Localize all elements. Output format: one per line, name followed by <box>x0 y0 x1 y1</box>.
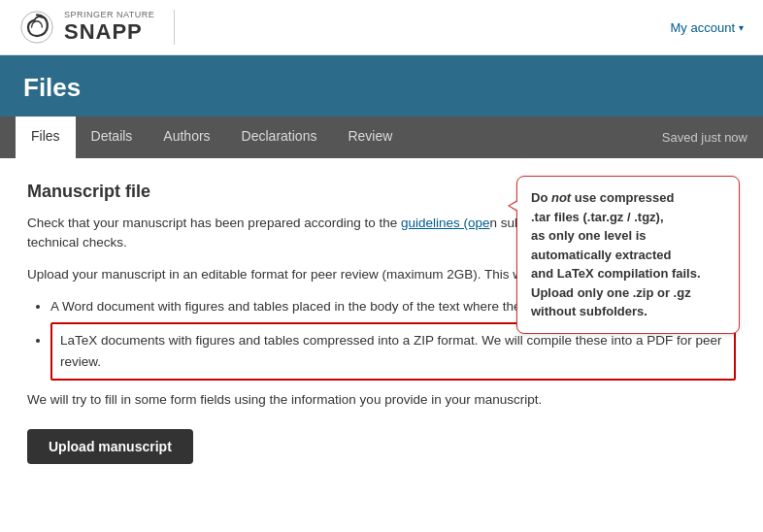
tab-details[interactable]: Details <box>76 116 149 158</box>
my-account-link[interactable]: My account ▾ <box>671 20 744 35</box>
logo-area: SPRINGER NATURE SNAPP <box>19 10 184 45</box>
snapp-logo-label: SNAPP <box>64 20 154 44</box>
upload-text-prefix: Upload your manuscript in an editable fo… <box>27 267 481 282</box>
guidelines-link[interactable]: guidelines (ope <box>401 216 490 230</box>
my-account-label: My account <box>671 20 735 35</box>
warning-text: Do not use compressed .tar files (.tar.g… <box>531 190 701 318</box>
page-title: Files <box>23 73 740 103</box>
tab-authors[interactable]: Authors <box>148 116 225 158</box>
warning-do: Do not use compressed .tar files (.tar.g… <box>531 190 701 318</box>
page-title-bar: Files <box>0 55 763 116</box>
upload-manuscript-button[interactable]: Upload manuscript <box>27 429 193 464</box>
nav-tabs-bar: Files Details Authors Declarations Revie… <box>0 116 763 158</box>
tab-review[interactable]: Review <box>332 116 408 158</box>
saved-status: Saved just now <box>662 130 747 145</box>
springer-nature-logo-icon <box>19 10 54 45</box>
app-header: SPRINGER NATURE SNAPP My account ▾ <box>0 0 763 55</box>
tab-declarations[interactable]: Declarations <box>226 116 333 158</box>
main-content: Do not use compressed .tar files (.tar.g… <box>0 158 763 487</box>
fill-text: We will try to fill in some form fields … <box>27 390 736 410</box>
tab-files[interactable]: Files <box>16 116 76 158</box>
chevron-down-icon: ▾ <box>739 22 744 33</box>
header-divider <box>174 10 175 45</box>
nav-tabs-left: Files Details Authors Declarations Revie… <box>16 116 408 158</box>
warning-box: Do not use compressed .tar files (.tar.g… <box>516 176 740 334</box>
logo-text-group: SPRINGER NATURE SNAPP <box>64 11 154 44</box>
check-text-prefix: Check that your manuscript has been prep… <box>27 216 401 230</box>
